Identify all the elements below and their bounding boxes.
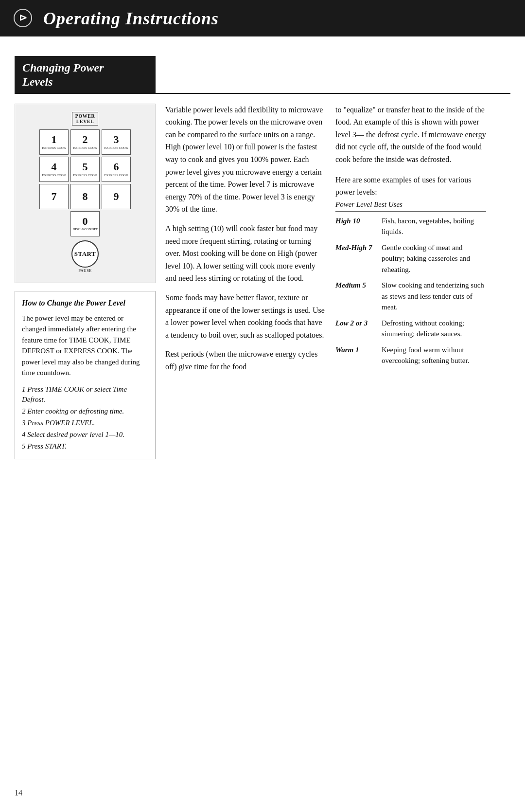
step-3: 3 Press POWER LEVEL. xyxy=(22,418,148,428)
mid-para-3: Some foods may have better flavor, textu… xyxy=(165,291,326,341)
how-to-title: How to Change the Power Level xyxy=(22,297,148,309)
right-column: to "equalize" or transfer heat to the in… xyxy=(335,104,486,459)
page-title: Operating Instructions xyxy=(43,8,219,29)
keypad-illustration: POWERLEVEL 1 EXPRESS COOK 2 EXPRESS COOK… xyxy=(15,104,156,283)
key-4[interactable]: 4 EXPRESS COOK xyxy=(39,157,69,182)
mid-para-4: Rest periods (when the microwave energy … xyxy=(165,348,326,373)
svg-text:⊳: ⊳ xyxy=(19,12,27,23)
step-1: 1 Press TIME COOK or select Time Defrost… xyxy=(22,384,148,405)
key-0[interactable]: 0 DISPLAY ON/OFF xyxy=(70,211,100,236)
mid-para-1: Variable power levels add flexibility to… xyxy=(165,104,326,216)
key-0-row: 0 DISPLAY ON/OFF xyxy=(70,211,100,236)
key-3[interactable]: 3 EXPRESS COOK xyxy=(102,129,131,155)
key-5[interactable]: 5 EXPRESS COOK xyxy=(70,157,100,182)
table-row: Low 2 or 3 Defrosting without cooking; s… xyxy=(335,318,486,340)
right-examples-intro: Here are some examples of uses for vario… xyxy=(335,174,486,198)
left-column: POWERLEVEL 1 EXPRESS COOK 2 EXPRESS COOK… xyxy=(15,104,156,459)
section-heading-area: Changing Power Levels xyxy=(0,56,525,94)
page-number: 14 xyxy=(15,789,22,797)
how-to-change-box: How to Change the Power Level The power … xyxy=(15,291,156,459)
main-content: POWERLEVEL 1 EXPRESS COOK 2 EXPRESS COOK… xyxy=(0,94,525,459)
table-row: Medium 5 Slow cooking and tenderizing su… xyxy=(335,280,486,313)
pause-label: PAUSE xyxy=(78,269,91,273)
middle-column: Variable power levels add flexibility to… xyxy=(165,104,326,459)
key-7[interactable]: 7 xyxy=(39,184,69,209)
step-5: 5 Press START. xyxy=(22,441,148,451)
power-level-label: POWERLEVEL xyxy=(72,112,98,126)
table-row: Warm 1 Keeping food warm without overcoo… xyxy=(335,344,486,366)
level-low: Low 2 or 3 xyxy=(335,318,382,329)
logo: ⊳ xyxy=(10,5,36,32)
desc-low: Defrosting without cooking; simmering; d… xyxy=(382,318,486,340)
level-med-high: Med-High 7 xyxy=(335,242,382,253)
desc-high: Fish, bacon, vegetables, boiling liquids… xyxy=(382,216,486,237)
power-table: High 10 Fish, bacon, vegetables, boiling… xyxy=(335,216,486,366)
steps-list: 1 Press TIME COOK or select Time Defrost… xyxy=(22,384,148,451)
keypad-grid: 1 EXPRESS COOK 2 EXPRESS COOK 3 EXPRESS … xyxy=(39,129,131,209)
key-9[interactable]: 9 xyxy=(102,184,131,209)
step-4: 4 Select desired power level 1—10. xyxy=(22,430,148,440)
section-rule xyxy=(156,93,510,94)
desc-med-high: Gentle cooking of meat and poultry; baki… xyxy=(382,242,486,275)
step-2: 2 Enter cooking or defrosting time. xyxy=(22,406,148,416)
table-row: High 10 Fish, bacon, vegetables, boiling… xyxy=(335,216,486,237)
level-medium: Medium 5 xyxy=(335,280,382,291)
level-warm: Warm 1 xyxy=(335,344,382,356)
desc-warm: Keeping food warm without overcooking; s… xyxy=(382,344,486,366)
level-high: High 10 xyxy=(335,216,382,227)
key-8[interactable]: 8 xyxy=(70,184,100,209)
section-heading: Changing Power Levels xyxy=(15,56,156,94)
how-to-body: The power level may be entered or change… xyxy=(22,313,148,379)
key-2[interactable]: 2 EXPRESS COOK xyxy=(70,129,100,155)
power-table-title: Power Level Best Uses xyxy=(335,198,486,212)
key-1[interactable]: 1 EXPRESS COOK xyxy=(39,129,69,155)
right-intro: to "equalize" or transfer heat to the in… xyxy=(335,104,486,166)
page-header: ⊳ Operating Instructions xyxy=(0,0,525,36)
key-6[interactable]: 6 EXPRESS COOK xyxy=(102,157,131,182)
start-button[interactable]: START xyxy=(71,240,99,268)
mid-para-2: A high setting (10) will cook faster but… xyxy=(165,222,326,285)
table-row: Med-High 7 Gentle cooking of meat and po… xyxy=(335,242,486,275)
desc-medium: Slow cooking and tenderizing such as ste… xyxy=(382,280,486,313)
